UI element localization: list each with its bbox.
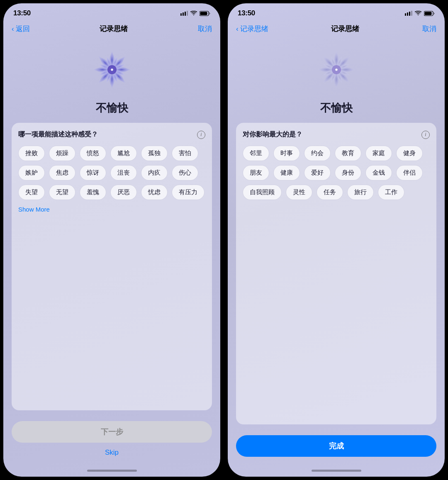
battery-icon-left bbox=[200, 11, 210, 16]
done-button[interactable]: 完成 bbox=[236, 435, 436, 457]
card-question-right: 对你影响最大的是？ bbox=[243, 130, 302, 139]
svg-rect-9 bbox=[407, 12, 408, 16]
tags-grid-left: 挫败 烦躁 愤怒 尴尬 孤独 害怕 嫉妒 焦虑 惊讶 沮丧 内疚 伤心 失望 无… bbox=[18, 146, 205, 200]
tag-厌恶[interactable]: 厌恶 bbox=[110, 185, 137, 200]
nav-bar-left: ‹ 返回 记录思绪 取消 bbox=[3, 21, 220, 39]
bottom-area-left: 下一步 Skip bbox=[3, 414, 220, 467]
tag-挫败[interactable]: 挫败 bbox=[18, 146, 45, 161]
tag-羞愧[interactable]: 羞愧 bbox=[80, 185, 106, 200]
signal-icon-right bbox=[405, 11, 412, 16]
tag-任务[interactable]: 任务 bbox=[317, 185, 343, 200]
svg-rect-3 bbox=[187, 11, 188, 16]
battery-icon-right bbox=[424, 11, 435, 16]
home-bar-left bbox=[87, 470, 137, 472]
svg-point-7 bbox=[111, 68, 113, 71]
tag-嫉妒[interactable]: 嫉妒 bbox=[18, 165, 45, 180]
tag-邻里[interactable]: 邻里 bbox=[243, 146, 269, 161]
tag-失望[interactable]: 失望 bbox=[18, 185, 45, 200]
tag-健身[interactable]: 健身 bbox=[396, 146, 423, 161]
svg-rect-5 bbox=[200, 12, 207, 15]
tag-愤怒[interactable]: 愤怒 bbox=[80, 146, 106, 161]
tag-爱好[interactable]: 爱好 bbox=[304, 165, 331, 180]
home-bar-right bbox=[312, 470, 361, 472]
svg-rect-0 bbox=[180, 13, 182, 16]
home-indicator-right bbox=[228, 467, 445, 477]
emotion-label-right: 不愉快 bbox=[236, 101, 436, 115]
tag-教育[interactable]: 教育 bbox=[335, 146, 361, 161]
card-header-right: 对你影响最大的是？ i bbox=[243, 130, 430, 139]
svg-rect-2 bbox=[185, 12, 186, 16]
tag-健康[interactable]: 健康 bbox=[273, 165, 300, 180]
wifi-icon-right bbox=[415, 11, 421, 16]
card-question-left: 哪一项最能描述这种感受？ bbox=[18, 130, 98, 139]
tag-害怕[interactable]: 害怕 bbox=[172, 146, 198, 161]
tag-忧虑[interactable]: 忧虑 bbox=[141, 185, 168, 200]
right-phone: 13:50 bbox=[228, 3, 445, 477]
svg-rect-13 bbox=[425, 12, 432, 15]
tag-无望[interactable]: 无望 bbox=[49, 185, 75, 200]
back-button-left[interactable]: ‹ 返回 bbox=[12, 24, 30, 34]
tag-自我照顾[interactable]: 自我照顾 bbox=[243, 185, 282, 200]
show-more-button[interactable]: Show More bbox=[18, 206, 205, 213]
nav-title-left: 记录思绪 bbox=[100, 24, 128, 34]
time-left: 13:50 bbox=[13, 9, 31, 17]
status-icons-left bbox=[180, 11, 210, 16]
svg-rect-1 bbox=[183, 12, 184, 16]
tag-工作[interactable]: 工作 bbox=[378, 185, 404, 200]
cancel-button-right[interactable]: 取消 bbox=[422, 24, 436, 34]
tag-旅行[interactable]: 旅行 bbox=[347, 185, 374, 200]
flower-container-left bbox=[12, 43, 212, 97]
signal-icon-left bbox=[180, 11, 188, 16]
card-header-left: 哪一项最能描述这种感受？ i bbox=[18, 130, 205, 139]
tag-家庭[interactable]: 家庭 bbox=[365, 146, 392, 161]
nav-bar-right: ‹ 记录思绪 记录思绪 取消 bbox=[228, 21, 445, 39]
tag-身份[interactable]: 身份 bbox=[335, 165, 361, 180]
tag-烦躁[interactable]: 烦躁 bbox=[49, 146, 75, 161]
svg-point-15 bbox=[335, 68, 338, 71]
left-phone: 13:50 bbox=[3, 3, 220, 477]
home-indicator-left bbox=[3, 467, 220, 477]
svg-rect-10 bbox=[409, 12, 410, 16]
flower-container-right bbox=[236, 43, 436, 97]
status-icons-right bbox=[405, 11, 435, 16]
flower-icon-right bbox=[314, 47, 359, 93]
chevron-left-icon-right: ‹ bbox=[236, 25, 239, 33]
chevron-left-icon-left: ‹ bbox=[12, 25, 14, 33]
tags-grid-right: 邻里 时事 约会 教育 家庭 健身 朋友 健康 爱好 身份 金钱 伴侣 自我照顾… bbox=[243, 146, 430, 200]
phone-divider bbox=[224, 0, 224, 480]
skip-button[interactable]: Skip bbox=[105, 448, 119, 457]
flower-icon-left bbox=[89, 47, 135, 93]
tag-孤独[interactable]: 孤独 bbox=[141, 146, 168, 161]
svg-rect-11 bbox=[411, 11, 412, 16]
emotion-label-left: 不愉快 bbox=[12, 101, 212, 115]
content-left: 不愉快 哪一项最能描述这种感受？ i 挫败 烦躁 愤怒 尴尬 孤独 害怕 嫉妒 bbox=[3, 39, 220, 414]
tag-伤心[interactable]: 伤心 bbox=[172, 165, 198, 180]
cancel-button-left[interactable]: 取消 bbox=[198, 24, 212, 34]
bottom-area-right: 完成 bbox=[228, 429, 445, 467]
status-bar-right: 13:50 bbox=[228, 3, 445, 21]
content-right: 不愉快 对你影响最大的是？ i 邻里 时事 约会 教育 家庭 健身 朋友 健康 bbox=[228, 39, 445, 429]
tag-沮丧[interactable]: 沮丧 bbox=[110, 165, 137, 180]
tag-尴尬[interactable]: 尴尬 bbox=[110, 146, 137, 161]
tag-金钱[interactable]: 金钱 bbox=[365, 165, 392, 180]
tag-时事[interactable]: 时事 bbox=[273, 146, 300, 161]
info-icon-left[interactable]: i bbox=[197, 131, 205, 139]
back-button-right[interactable]: ‹ 记录思绪 bbox=[236, 24, 268, 34]
tag-约会[interactable]: 约会 bbox=[304, 146, 331, 161]
tag-有压力[interactable]: 有压力 bbox=[172, 185, 205, 200]
tag-惊讶[interactable]: 惊讶 bbox=[80, 165, 106, 180]
info-icon-right[interactable]: i bbox=[421, 131, 430, 139]
next-button[interactable]: 下一步 bbox=[12, 421, 212, 443]
nav-title-right: 记录思绪 bbox=[331, 24, 359, 34]
status-bar-left: 13:50 bbox=[3, 3, 220, 21]
tag-内疚[interactable]: 内疚 bbox=[141, 165, 168, 180]
card-right: 对你影响最大的是？ i 邻里 时事 约会 教育 家庭 健身 朋友 健康 爱好 身… bbox=[236, 123, 436, 424]
svg-rect-8 bbox=[405, 13, 406, 16]
tag-焦虑[interactable]: 焦虑 bbox=[49, 165, 75, 180]
wifi-icon-left bbox=[190, 11, 197, 16]
tag-朋友[interactable]: 朋友 bbox=[243, 165, 269, 180]
tag-灵性[interactable]: 灵性 bbox=[286, 185, 312, 200]
tag-伴侣[interactable]: 伴侣 bbox=[396, 165, 423, 180]
card-left: 哪一项最能描述这种感受？ i 挫败 烦躁 愤怒 尴尬 孤独 害怕 嫉妒 焦虑 惊… bbox=[12, 123, 212, 410]
time-right: 13:50 bbox=[238, 9, 255, 17]
